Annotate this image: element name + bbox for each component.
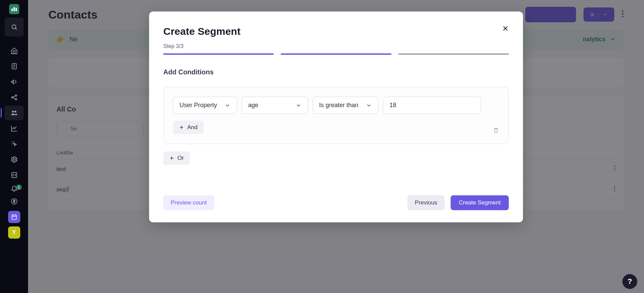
create-segment-button[interactable]: Create Segment bbox=[451, 195, 509, 210]
chevron-down-icon bbox=[224, 102, 231, 108]
progress-step-2 bbox=[281, 53, 391, 55]
condition-property-value: age bbox=[248, 102, 258, 109]
calendar-icon bbox=[8, 211, 20, 223]
chevron-down-icon bbox=[366, 102, 372, 108]
close-icon bbox=[502, 25, 509, 32]
preview-count-button[interactable]: Preview count bbox=[163, 195, 214, 210]
code-icon bbox=[10, 171, 18, 179]
svg-line-9 bbox=[13, 96, 15, 97]
svg-line-1 bbox=[15, 28, 17, 30]
people-icon bbox=[10, 109, 19, 117]
help-button[interactable]: ? bbox=[622, 274, 637, 289]
gear-icon bbox=[10, 156, 18, 163]
search-icon bbox=[11, 24, 18, 30]
nav-notifications[interactable]: 1 bbox=[5, 183, 24, 193]
nav-share[interactable] bbox=[5, 90, 24, 105]
plus-icon bbox=[169, 156, 174, 161]
nav-billing[interactable] bbox=[5, 194, 24, 209]
sidebar: 1 Y bbox=[0, 0, 28, 293]
add-and-button[interactable]: And bbox=[173, 121, 204, 134]
nav-automation[interactable] bbox=[5, 137, 24, 151]
svg-line-10 bbox=[13, 98, 15, 99]
modal-overlay[interactable]: Create Segment Step 3/3 Add Conditions U… bbox=[28, 0, 644, 293]
progress-step-1 bbox=[163, 53, 274, 55]
megaphone-icon bbox=[10, 78, 18, 86]
condition-type-value: User Property bbox=[180, 102, 217, 109]
condition-property-select[interactable]: age bbox=[242, 97, 308, 114]
close-button[interactable] bbox=[502, 25, 509, 33]
condition-operator-value: Is greater than bbox=[319, 102, 358, 109]
add-or-button[interactable]: Or bbox=[163, 151, 190, 165]
nav-embed[interactable] bbox=[5, 168, 24, 182]
search-button[interactable] bbox=[5, 18, 24, 36]
nav-workspace[interactable]: Y bbox=[5, 225, 24, 240]
nav-group: 1 Y bbox=[0, 43, 28, 240]
plus-icon bbox=[179, 125, 184, 130]
nav-settings[interactable] bbox=[5, 152, 24, 167]
nav-contacts[interactable] bbox=[5, 105, 24, 120]
svg-point-11 bbox=[13, 158, 15, 161]
condition-operator-select[interactable]: Is greater than bbox=[313, 97, 378, 114]
and-label: And bbox=[187, 124, 197, 131]
previous-button[interactable]: Previous bbox=[407, 195, 445, 210]
share-icon bbox=[10, 94, 18, 101]
svg-point-0 bbox=[12, 25, 16, 29]
cursor-click-icon bbox=[10, 140, 18, 148]
condition-type-select[interactable]: User Property bbox=[173, 97, 237, 114]
notification-badge: 1 bbox=[16, 185, 22, 190]
progress-indicator bbox=[163, 53, 509, 55]
chart-icon bbox=[10, 125, 18, 132]
workspace-avatar: Y bbox=[8, 226, 20, 239]
notes-icon bbox=[10, 63, 18, 70]
home-icon bbox=[10, 47, 18, 54]
condition-value-input[interactable] bbox=[383, 97, 481, 114]
main-content: Contacts ts 👉 Ne nalytics bbox=[28, 0, 644, 293]
condition-group: User Property age Is greater than bbox=[163, 87, 509, 144]
or-label: Or bbox=[177, 155, 184, 162]
nav-notes[interactable] bbox=[5, 59, 24, 74]
dollar-icon bbox=[10, 198, 18, 205]
step-label: Step 3/3 bbox=[163, 43, 509, 49]
modal-title: Create Segment bbox=[163, 26, 509, 37]
chevron-down-icon bbox=[295, 102, 302, 108]
section-title: Add Conditions bbox=[163, 68, 509, 76]
progress-step-3 bbox=[398, 53, 509, 55]
trash-icon bbox=[493, 127, 499, 133]
nav-calendar[interactable] bbox=[5, 210, 24, 224]
nav-analytics[interactable] bbox=[5, 121, 24, 136]
delete-condition-button[interactable] bbox=[493, 127, 499, 135]
app-logo bbox=[9, 4, 19, 14]
svg-rect-14 bbox=[12, 215, 16, 219]
nav-home[interactable] bbox=[5, 43, 24, 58]
create-segment-modal: Create Segment Step 3/3 Add Conditions U… bbox=[149, 11, 523, 222]
nav-campaigns[interactable] bbox=[5, 74, 24, 89]
